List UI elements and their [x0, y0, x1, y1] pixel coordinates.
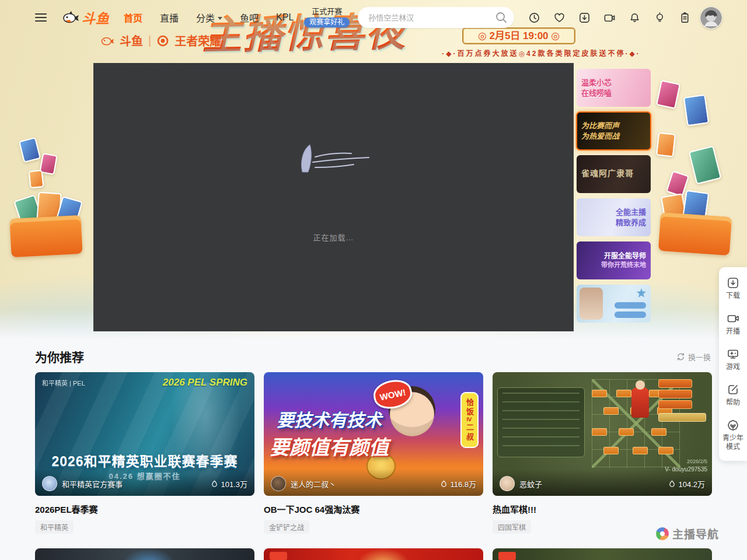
search-input[interactable]: [367, 13, 493, 23]
section-title: 为你推荐: [35, 348, 84, 365]
stream-thumbnail[interactable]: 2026/2/5 V- douyu297535 恶蚊子 104.2万: [493, 372, 712, 496]
edit-icon: [727, 383, 739, 396]
logo-wordmark: 斗鱼: [82, 8, 110, 27]
tool-teen-mode[interactable]: 青少年模式: [721, 419, 745, 452]
douyu-fish-icon: [62, 10, 79, 25]
side-card-photo[interactable]: [577, 285, 651, 323]
stream-title[interactable]: OB一下JOC 64强淘汰赛: [264, 503, 483, 515]
thumb-date-text: 2026/2/5: [687, 459, 707, 464]
side-card-quehun[interactable]: 雀魂阿广隶哥: [577, 155, 651, 193]
deco-card: [656, 132, 676, 158]
avatar-image: [700, 7, 722, 29]
user-avatar[interactable]: [700, 6, 722, 29]
download-icon[interactable]: [578, 12, 591, 24]
nav-item-yuba[interactable]: 鱼吧: [240, 10, 259, 24]
gift-box-decoration: [658, 212, 732, 256]
deco-card: [683, 94, 710, 127]
tasks-icon[interactable]: [679, 12, 691, 24]
stream-card: 2026/2/5 V- douyu297535 恶蚊子 104.2万 热血军棋!…: [493, 372, 712, 534]
loading-fin-icon: [294, 142, 373, 176]
side-promo-list: 温柔小芯 在线唠嗑 为比赛而声 为热爱而战 雀魂阿广隶哥 全能主播 精致养成 开…: [577, 69, 651, 323]
pill-decoration: [615, 312, 646, 318]
nav-item-kpl[interactable]: KPL: [276, 10, 294, 24]
stream-meta: 和平精英官方赛事 101.3万: [35, 469, 254, 496]
pinwheel-icon: [654, 525, 671, 542]
video-player[interactable]: 正在加载…: [93, 63, 574, 331]
category-tag[interactable]: 金铲铲之战: [264, 520, 309, 534]
streamer-name[interactable]: 恶蚊子: [519, 478, 542, 489]
star-icon: [637, 288, 646, 298]
hot-icon: [211, 480, 218, 488]
tool-game[interactable]: 游戏: [721, 348, 745, 372]
side-toolbar: 下载 开播 游戏 帮助 青少年模式: [719, 267, 747, 461]
streamer-avatar: [42, 476, 57, 491]
deco-card: [656, 80, 680, 109]
refresh-button[interactable]: 换一换: [676, 351, 711, 362]
nav-item-live[interactable]: 直播: [160, 10, 179, 24]
stream-thumbnail[interactable]: 和平精英 | PEL 2026 PEL SPRING 2026和平精英职业联赛春…: [35, 372, 254, 496]
stream-title[interactable]: 2026PEL春季赛: [35, 503, 254, 515]
teen-shield-icon: [727, 419, 739, 432]
viewer-count: 101.3万: [211, 478, 247, 489]
deco-card: [689, 146, 722, 185]
stream-thumbnail-partial[interactable]: [35, 548, 254, 560]
search-button[interactable]: [493, 9, 509, 26]
anchor-nav-widget[interactable]: 主播导航: [656, 526, 719, 541]
header-icon-group: [528, 12, 691, 24]
tool-broadcast[interactable]: 开播: [721, 312, 745, 336]
thumb-headline: 2026和平精英职业联赛春季赛: [35, 450, 254, 470]
event-subtitle: ·◆·百万点券大放送◎42款各类限定皮肤送不停·◆·: [432, 48, 651, 58]
side-card-quannengzhubo[interactable]: 全能主播 精致养成: [577, 198, 651, 236]
streamer-avatar: [500, 476, 515, 491]
download-icon: [727, 276, 739, 289]
stream-title[interactable]: 热血军棋!!!: [493, 503, 712, 515]
main-nav: 首页 直播 分类 鱼吧 KPL: [124, 10, 294, 24]
deco-card: [19, 137, 41, 163]
top-navbar: 斗鱼 首页 直播 分类 鱼吧 KPL 正式开赛 观赛拿好礼: [0, 0, 747, 35]
douyu-brand-icon: [100, 34, 114, 47]
stream-thumbnail-partial[interactable]: [493, 548, 712, 560]
stream-thumbnail[interactable]: 要技术有技术 要颜值有颜值 WOW! 恰饭≥二叔 迷人的二叔丶 116.8万: [264, 372, 483, 496]
loading-text: 正在加载…: [313, 232, 354, 243]
kpl-event-title: 正式开赛: [304, 8, 350, 16]
streamer-avatar: [271, 476, 286, 491]
stream-card: 要技术有技术 要颜值有颜值 WOW! 恰饭≥二叔 迷人的二叔丶 116.8万 O…: [264, 372, 483, 534]
stream-meta: 迷人的二叔丶 116.8万: [264, 469, 483, 496]
brand-divider: |: [148, 34, 151, 47]
douyu-homepage: 斗鱼 首页 直播 分类 鱼吧 KPL 正式开赛 观赛拿好礼: [0, 0, 747, 560]
favorites-icon[interactable]: [553, 12, 566, 24]
side-card-selected[interactable]: 为比赛而声 为热爱而战: [577, 112, 651, 150]
promo-badge: [270, 552, 287, 560]
tool-download[interactable]: 下载: [721, 276, 745, 300]
kpl-event-entry[interactable]: 正式开赛 观赛拿好礼: [304, 8, 350, 28]
category-tag[interactable]: 和平精英: [35, 520, 74, 534]
game-character-art: [631, 387, 649, 418]
menu-icon[interactable]: [35, 13, 47, 22]
thumb-headline: 要技术有技术: [277, 406, 382, 432]
nav-item-categories[interactable]: 分类: [196, 10, 222, 24]
category-tag[interactable]: 四国军棋: [493, 520, 531, 534]
nav-item-home[interactable]: 首页: [124, 10, 142, 24]
douyu-logo[interactable]: 斗鱼: [62, 8, 110, 27]
gift-box-decoration: [9, 215, 82, 257]
streamer-name[interactable]: 迷人的二叔丶: [291, 478, 336, 489]
record-icon[interactable]: [603, 12, 616, 24]
search-bar: [358, 7, 514, 28]
refresh-icon: [676, 352, 685, 361]
pill-decoration: [615, 302, 646, 309]
kog-brand-icon: [156, 34, 169, 47]
stream-thumbnail-partial[interactable]: [264, 548, 483, 560]
chat-panel-art: [497, 387, 585, 457]
thumb-ribbon: 恰饭≥二叔: [460, 392, 479, 448]
hot-icon: [668, 480, 676, 488]
thumb-brand-text: 和平精英 | PEL: [42, 378, 85, 387]
bell-icon[interactable]: [629, 12, 641, 24]
side-card-kaifu[interactable]: 开服全能导师 带你开荒终末地: [577, 242, 651, 279]
lamp-icon[interactable]: [654, 12, 666, 24]
kpl-event-badge: 观赛拿好礼: [304, 18, 350, 28]
game-icon: [727, 348, 739, 360]
tool-help[interactable]: 帮助: [721, 383, 745, 407]
side-card-wenrou[interactable]: 温柔小芯 在线唠嗑: [577, 69, 651, 107]
streamer-name[interactable]: 和平精英官方赛事: [62, 478, 123, 489]
history-icon[interactable]: [528, 12, 540, 24]
